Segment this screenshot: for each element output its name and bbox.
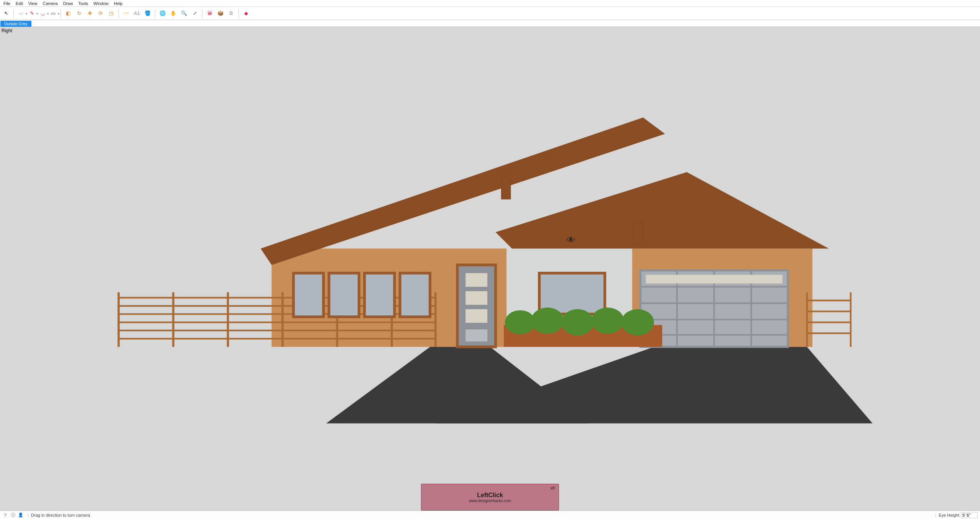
move-tool[interactable]: ✥ <box>85 9 94 18</box>
move-tool-icon: ✥ <box>86 10 93 17</box>
toolbar: ↖▱▼✎▼◡▼▭▼◧↻✥⟳◳〰A1🪣🌐✋🔍⤢🏛📦🗎◆ <box>0 7 980 20</box>
toolbar-separator <box>118 9 119 18</box>
scene-tabs: Outside Entry <box>0 20 980 27</box>
svg-text:👁: 👁 <box>566 235 575 245</box>
svg-point-50 <box>531 308 564 334</box>
arc-tool-icon: ◡ <box>39 10 46 17</box>
menu-draw[interactable]: Draw <box>60 0 76 7</box>
zoom-tool-icon: 🔍 <box>181 10 187 17</box>
pencil-tool-icon: ✎ <box>28 10 35 17</box>
vcb-label: Eye Height <box>939 513 959 517</box>
arc-tool[interactable]: ◡▼ <box>38 9 47 18</box>
person-icon[interactable]: 👤 <box>18 512 24 518</box>
svg-rect-34 <box>465 291 487 305</box>
eraser-tool-icon: ▱ <box>18 10 25 17</box>
info-icon[interactable]: ⓘ <box>10 512 16 518</box>
menu-help[interactable]: Help <box>111 0 125 7</box>
pan-tool-icon: ✋ <box>170 10 177 17</box>
svg-rect-36 <box>465 330 487 342</box>
menu-window[interactable]: Window <box>91 0 111 7</box>
tape-measure-tool[interactable]: 〰 <box>122 9 131 18</box>
menu-tools[interactable]: Tools <box>76 0 91 7</box>
rect-tool[interactable]: ▭▼ <box>49 9 58 18</box>
svg-rect-33 <box>465 273 487 287</box>
toolbar-separator <box>155 9 155 18</box>
toolbar-separator <box>61 9 61 18</box>
overlay-count: x8 <box>550 486 555 490</box>
svg-rect-47 <box>646 275 782 284</box>
layout-tool-icon: 🗎 <box>228 10 235 17</box>
text-tool-icon: A1 <box>133 10 140 17</box>
overlay-url: www.designerhacks.com <box>469 499 511 503</box>
select-tool-icon: ↖ <box>3 10 10 17</box>
paint-bucket-tool-icon: 🪣 <box>144 10 151 17</box>
menu-view[interactable]: View <box>26 0 40 7</box>
offset-tool-icon: ↻ <box>76 10 82 17</box>
svg-rect-8 <box>632 222 642 243</box>
select-tool[interactable]: ↖ <box>2 9 11 18</box>
status-bar: ? ⓘ 👤 | Drag in direction to turn camera… <box>0 511 980 519</box>
toolbar-separator <box>238 9 239 18</box>
svg-rect-7 <box>501 178 511 200</box>
ruby-console-icon: ◆ <box>243 10 250 17</box>
separator: | <box>935 513 936 517</box>
svg-rect-31 <box>400 273 430 317</box>
rotate-tool-icon: ⟳ <box>97 10 104 17</box>
input-overlay: x8 LeftClick www.designerhacks.com <box>421 484 559 511</box>
layout-tool[interactable]: 🗎 <box>227 9 236 18</box>
pencil-tool[interactable]: ✎▼ <box>27 9 36 18</box>
ruby-console[interactable]: ◆ <box>242 9 251 18</box>
menu-camera[interactable]: Camera <box>40 0 60 7</box>
paint-bucket-tool[interactable]: 🪣 <box>143 9 152 18</box>
rect-tool-icon: ▭ <box>50 10 57 17</box>
chevron-down-icon: ▼ <box>58 13 60 15</box>
overlay-action: LeftClick <box>477 492 503 499</box>
extension-warehouse[interactable]: 📦 <box>216 9 225 18</box>
viewport-label: Right <box>2 28 12 33</box>
scale-tool[interactable]: ◳ <box>107 9 116 18</box>
svg-marker-6 <box>495 172 829 248</box>
help-icon[interactable]: ? <box>2 512 8 518</box>
extension-warehouse-icon: 📦 <box>217 10 224 17</box>
orbit-tool-icon: 🌐 <box>159 10 166 17</box>
zoom-extents-tool-icon: ⤢ <box>191 10 198 17</box>
zoom-tool[interactable]: 🔍 <box>179 9 189 18</box>
zoom-extents-tool[interactable]: ⤢ <box>190 9 199 18</box>
3d-warehouse[interactable]: 🏛 <box>205 9 214 18</box>
status-hint: Drag in direction to turn camera <box>31 513 90 517</box>
svg-point-53 <box>621 309 654 335</box>
offset-tool[interactable]: ↻ <box>74 9 84 18</box>
toolbar-separator <box>202 9 202 18</box>
svg-rect-30 <box>364 273 394 317</box>
text-tool[interactable]: A1 <box>132 9 141 18</box>
menu-edit[interactable]: Edit <box>13 0 26 7</box>
svg-rect-28 <box>293 273 323 317</box>
svg-rect-35 <box>465 309 487 323</box>
viewport[interactable]: Right <box>0 27 980 511</box>
tape-measure-tool-icon: 〰 <box>123 10 130 17</box>
eraser-tool[interactable]: ▱▼ <box>16 9 26 18</box>
svg-point-49 <box>505 310 535 335</box>
push-pull-tool[interactable]: ◧ <box>64 9 73 18</box>
scale-tool-icon: ◳ <box>108 10 115 17</box>
pan-tool[interactable]: ✋ <box>169 9 178 18</box>
svg-point-51 <box>561 309 594 335</box>
model-house: 👁 <box>30 85 951 423</box>
scene-tab-outside-entry[interactable]: Outside Entry <box>0 21 31 27</box>
push-pull-tool-icon: ◧ <box>65 10 72 17</box>
orbit-tool[interactable]: 🌐 <box>158 9 167 18</box>
menu-bar: File Edit View Camera Draw Tools Window … <box>0 0 980 7</box>
vcb-input[interactable] <box>961 512 978 518</box>
svg-rect-29 <box>329 273 359 317</box>
toolbar-separator <box>13 9 14 18</box>
separator: | <box>28 513 29 517</box>
menu-file[interactable]: File <box>1 0 13 7</box>
svg-point-52 <box>591 308 624 334</box>
rotate-tool[interactable]: ⟳ <box>96 9 105 18</box>
3d-warehouse-icon: 🏛 <box>206 10 213 17</box>
